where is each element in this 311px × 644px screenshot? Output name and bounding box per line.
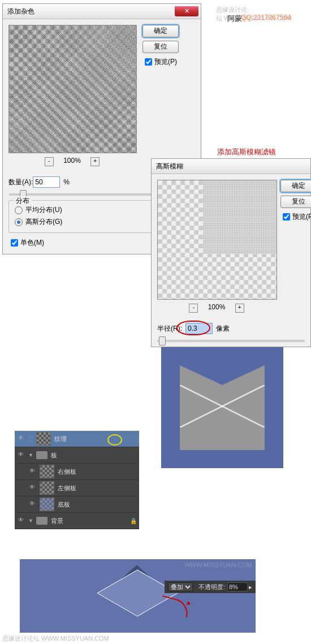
visibility-icon[interactable]: 👁: [28, 500, 36, 508]
box-3d-icon: [106, 565, 168, 627]
pct-label: %: [63, 178, 70, 186]
credit-name: 阿蒙: [227, 14, 242, 24]
texture-result-preview: [161, 347, 283, 468]
amount-input[interactable]: [33, 176, 60, 188]
layer-label: 板: [51, 451, 57, 460]
opacity-label: 不透明度:: [198, 583, 225, 591]
amount-label: 数量(A):: [8, 178, 33, 187]
group-legend: 分布: [14, 196, 32, 206]
layer-thumbnail: [40, 498, 54, 511]
link-icon: ⬚: [28, 436, 36, 442]
preview-label: 预览(P: [292, 212, 311, 222]
layer-right-board[interactable]: 👁 右侧板: [15, 464, 139, 480]
ok-button[interactable]: 确定: [142, 25, 179, 37]
close-icon[interactable]: ✕: [175, 6, 198, 16]
preview-checkbox[interactable]: [145, 58, 152, 66]
dialog-title: 添加杂色: [7, 7, 34, 16]
blend-mode-bar: 叠加 不透明度: 8% ▸: [165, 581, 256, 593]
visibility-icon[interactable]: 👁: [17, 451, 25, 459]
blend-mode-select[interactable]: 叠加: [168, 582, 193, 591]
watermark-arrow: WWW.MISSYUAN.COM: [184, 561, 252, 568]
zoom-level: 100%: [208, 303, 226, 311]
layer-label: 左侧板: [58, 484, 76, 492]
layer-group-bg[interactable]: 👁 ▼ 背景 🔒: [15, 513, 139, 529]
dialog-title: 高斯模糊: [156, 162, 183, 171]
lock-icon: 🔒: [130, 518, 137, 524]
collapse-icon[interactable]: ▼: [28, 452, 34, 458]
opacity-value[interactable]: 8%: [227, 582, 248, 591]
titlebar[interactable]: 添加杂色 ✕: [3, 4, 201, 19]
watermark-bottom: 思缘设计论坛 WWW.MISSYUAN.COM: [2, 634, 109, 643]
layer-thumbnail: [40, 481, 54, 495]
annotation-gaussian: 添加高斯模糊滤镜: [217, 147, 276, 157]
zoom-level: 100%: [63, 157, 81, 165]
dropdown-icon[interactable]: ▸: [249, 584, 252, 591]
layer-label: 背景: [51, 517, 63, 525]
layer-bottom-board[interactable]: 👁 底板: [15, 496, 139, 513]
reset-button[interactable]: 复位: [280, 196, 311, 208]
layer-texture[interactable]: 👁 ⬚ 纹理: [15, 431, 139, 447]
folder-icon: [36, 517, 47, 525]
monochrome-checkbox[interactable]: [11, 239, 18, 247]
layers-panel: 👁 ⬚ 纹理 👁 ▼ 板 👁 右侧板 👁 左侧板 👁 底板 👁 ▼ 背景 🔒: [15, 431, 139, 529]
reset-button[interactable]: 复位: [142, 41, 179, 53]
layer-thumbnail: [36, 432, 51, 446]
visibility-icon[interactable]: 👁: [28, 468, 36, 476]
zoom-in-button[interactable]: +: [90, 157, 100, 166]
collapse-icon[interactable]: ▼: [28, 518, 34, 524]
layer-label: 右侧板: [58, 468, 76, 476]
radius-label: 半径(R):: [157, 324, 182, 334]
layer-thumbnail: [40, 465, 54, 478]
unit-label: 像素: [216, 324, 230, 334]
visibility-icon[interactable]: 👁: [28, 484, 36, 492]
zoom-out-button[interactable]: -: [189, 304, 198, 313]
folder-icon: [36, 451, 47, 459]
layer-group-board[interactable]: 👁 ▼ 板: [15, 447, 139, 464]
noise-preview: [8, 25, 137, 153]
preview-label: 预览(P): [154, 57, 177, 67]
visibility-icon[interactable]: 👁: [17, 435, 25, 443]
overlay-result-preview: WWW.MISSYUAN.COM 叠加 不透明度: 8% ▸: [20, 559, 256, 633]
layer-left-board[interactable]: 👁 左侧板: [15, 480, 139, 496]
layer-label: 底板: [58, 500, 70, 509]
visibility-icon[interactable]: 👁: [17, 517, 25, 525]
layer-label: 纹理: [54, 435, 67, 443]
zoom-in-button[interactable]: +: [235, 304, 244, 313]
radius-input[interactable]: [185, 323, 213, 334]
zoom-out-button[interactable]: -: [45, 157, 54, 166]
titlebar[interactable]: 高斯模糊: [152, 159, 310, 174]
credit-qq: QQ:2217367564: [241, 14, 291, 21]
ok-button[interactable]: 确定: [280, 180, 311, 192]
monochrome-label: 单色(M): [20, 238, 44, 248]
gaussian-blur-dialog: 高斯模糊 - 100% + 确定 复位 预览(P 半径(R): 像素: [151, 158, 311, 347]
blur-preview: [157, 180, 277, 300]
preview-checkbox[interactable]: [283, 213, 290, 221]
radius-slider[interactable]: [157, 340, 305, 342]
